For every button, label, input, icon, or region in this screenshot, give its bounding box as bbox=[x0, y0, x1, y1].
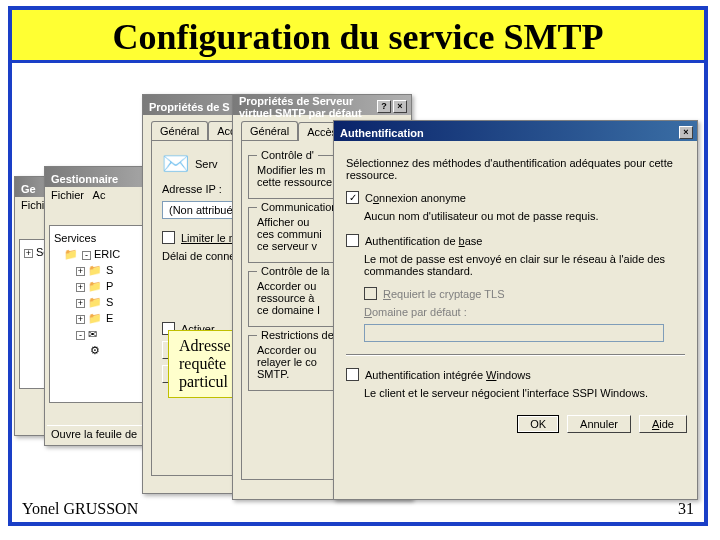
footer-author: Yonel GRUSSON bbox=[22, 500, 138, 518]
window-title: Propriétés de Serveur virtuel SMTP par d… bbox=[239, 95, 377, 119]
help-button[interactable]: ? bbox=[377, 100, 391, 113]
window-title: Authentification bbox=[340, 127, 424, 139]
dialog-body: Sélectionnez des méthodes d'authentifica… bbox=[334, 141, 697, 409]
checkbox-tls bbox=[364, 287, 377, 300]
checkbox-windows[interactable] bbox=[346, 368, 359, 381]
slide-frame: Configuration du service SMTP Ge Fichier… bbox=[8, 6, 708, 526]
close-button[interactable]: × bbox=[393, 100, 407, 113]
label: Délai de conne bbox=[162, 250, 235, 262]
windows-desc: Le client et le serveur négocient l'inte… bbox=[364, 387, 685, 399]
button-row: OK Annuler Aide bbox=[334, 409, 697, 443]
label: Limiter le n bbox=[181, 232, 235, 244]
checkbox[interactable] bbox=[162, 231, 175, 244]
intro-text: Sélectionnez des méthodes d'authentifica… bbox=[346, 157, 685, 181]
footer-page: 31 bbox=[678, 500, 694, 518]
window-title: Propriétés de S bbox=[149, 101, 230, 113]
anon-desc: Aucun nom d'utilisateur ou mot de passe … bbox=[364, 210, 685, 222]
label-domain: Domaine par défaut : bbox=[364, 306, 467, 318]
menu-ac[interactable]: Ac bbox=[93, 189, 106, 201]
label-tls: Requiert le cryptage TLS bbox=[383, 288, 504, 300]
tab-general[interactable]: Général bbox=[241, 121, 298, 140]
titlebar: Authentification × bbox=[334, 121, 697, 141]
authentication-dialog: Authentification × Sélectionnez des méth… bbox=[333, 120, 698, 500]
annotation-box: Adresse requête particul bbox=[168, 330, 242, 398]
cancel-button[interactable]: Annuler bbox=[567, 415, 631, 433]
titlebar: Propriétés de Serveur virtuel SMTP par d… bbox=[233, 95, 411, 115]
default-domain-input bbox=[364, 324, 664, 342]
label-anonymous: Connexion anonyme bbox=[365, 192, 466, 204]
label: Adresse IP : bbox=[162, 183, 222, 195]
label-windows: Authentification intégrée Windows bbox=[365, 369, 531, 381]
window-title: Ge bbox=[21, 183, 36, 195]
separator bbox=[346, 354, 685, 356]
close-button[interactable]: × bbox=[679, 126, 693, 139]
checkbox-basic[interactable] bbox=[346, 234, 359, 247]
basic-desc: Le mot de passe est envoyé en clair sur … bbox=[364, 253, 685, 277]
ok-button[interactable]: OK bbox=[517, 415, 559, 433]
checkbox-anonymous[interactable]: ✓ bbox=[346, 191, 359, 204]
window-title: Gestionnaire bbox=[51, 173, 118, 185]
help-button[interactable]: Aide bbox=[639, 415, 687, 433]
tree-item-services[interactable]: Services bbox=[54, 230, 156, 246]
menu-fichier[interactable]: Fichier bbox=[51, 189, 84, 201]
label-basic: Authentification de base bbox=[365, 235, 482, 247]
label: Serv bbox=[195, 158, 218, 170]
tab-general[interactable]: Général bbox=[151, 121, 208, 140]
slide-title: Configuration du service SMTP bbox=[12, 10, 704, 63]
